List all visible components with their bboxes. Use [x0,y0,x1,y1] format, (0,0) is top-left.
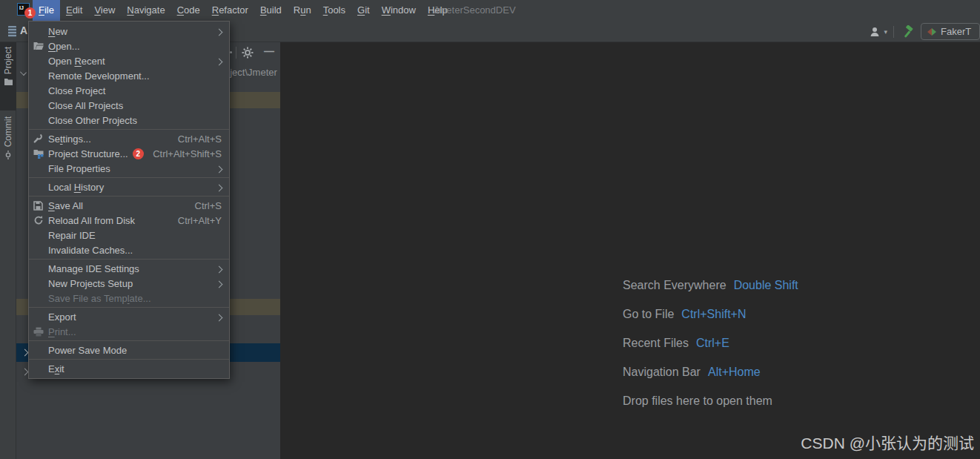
editor-area: Search Everywhere Double Shift Go to Fil… [280,42,980,459]
menu-item-manage-ide-settings[interactable]: Manage IDE Settings [29,261,229,276]
menu-item-save-all[interactable]: Save All Ctrl+S [29,198,229,213]
menu-item-local-history[interactable]: Local History [29,179,229,194]
csdn-watermark: CSDN @小张认为的测试 [801,431,974,453]
user-profile-icon[interactable] [869,26,882,38]
menu-git[interactable]: Git [351,0,376,21]
chevron-down-icon[interactable]: ▾ [884,28,887,36]
menu-item-label: New Projects Setup [48,278,133,289]
shortcut-hints: Search Everywhere Double Shift Go to Fil… [623,271,798,415]
run-config-label: FakerT [941,26,971,37]
tool-window-stripe-icon[interactable] [8,26,16,37]
menu-navigate[interactable]: Navigate [121,0,170,21]
menu-code[interactable]: Code [171,0,206,21]
hint-label: Go to File [623,308,674,321]
file-menu-dropdown: New Open... Open Recent Remote Developme… [28,21,230,379]
menu-item-close-project[interactable]: Close Project [29,83,229,98]
menu-item-open-recent[interactable]: Open Recent [29,53,229,68]
menu-item-print[interactable]: Print... [29,324,229,339]
menu-separator [29,259,229,260]
menu-build[interactable]: Build [254,0,288,21]
menu-refactor[interactable]: Refactor [206,0,254,21]
project-root-path: oject\Jmeter [225,67,277,78]
menu-item-new[interactable]: New [29,24,229,39]
menu-view[interactable]: View [88,0,121,21]
menu-separator [29,340,229,341]
menu-item-label: Print... [48,326,76,337]
run-configuration-widget[interactable]: FakerT [921,23,980,40]
wrench-icon [33,133,48,144]
menu-item-close-other-projects[interactable]: Close Other Projects [29,113,229,128]
menu-item-exit[interactable]: Exit [29,361,229,376]
hint-recent-files: Recent Files Ctrl+E [623,328,798,357]
reload-icon [33,215,48,225]
menu-item-label: Exit [48,363,64,374]
menu-run[interactable]: Run [288,0,317,21]
menu-item-settings[interactable]: Settings... Ctrl+Alt+S [29,131,229,146]
hint-keys: Alt+Home [708,366,761,379]
menu-tools[interactable]: Tools [317,0,351,21]
menu-item-label: Settings... [48,133,91,145]
menu-item-project-structure[interactable]: Project Structure... 2 Ctrl+Alt+Shift+S [29,146,229,161]
menu-item-close-all-projects[interactable]: Close All Projects [29,98,229,113]
menu-file[interactable]: File [33,0,60,21]
chevron-right-icon [216,278,222,289]
menu-item-new-projects-setup[interactable]: New Projects Setup [29,276,229,291]
menu-separator [29,129,229,130]
menu-item-remote-development[interactable]: Remote Development... [29,68,229,83]
hide-panel-icon[interactable]: — [264,45,274,57]
menu-window[interactable]: Window [376,0,422,21]
tree-collapse-icon[interactable] [21,349,29,357]
build-hammer-icon[interactable] [900,25,913,39]
tree-collapse-icon[interactable] [21,369,29,376]
menu-item-label: Export [48,311,76,323]
menu-separator [29,307,229,308]
menu-item-file-properties[interactable]: File Properties [29,161,229,176]
menu-item-label: Manage IDE Settings [48,263,139,274]
menu-item-label: Close Project [48,85,105,96]
menu-separator [29,177,229,178]
menu-item-label: Project Structure... [48,148,128,159]
gear-icon[interactable] [242,47,254,59]
tree-expand-icon[interactable] [20,69,27,76]
menu-item-invalidate-caches[interactable]: Invalidate Caches... [29,242,229,257]
menu-item-label: Remote Development... [48,70,150,82]
icon-slot [33,70,48,81]
icon-slot [33,263,48,274]
icon-slot [33,345,48,355]
menu-item-reload-all[interactable]: Reload All from Disk Ctrl+Alt+Y [29,213,229,228]
commit-icon [4,151,13,159]
menu-item-open[interactable]: Open... [29,39,229,53]
save-icon [33,200,48,211]
icon-slot [33,56,48,66]
run-config-icon [927,28,936,36]
menu-item-shortcut: Ctrl+S [195,200,222,211]
menu-item-power-save-mode[interactable]: Power Save Mode [29,343,229,357]
sidebar-tab-commit[interactable]: Commit [0,112,16,164]
project-widget-letter[interactable]: A [20,24,27,36]
menu-item-label: Close Other Projects [48,115,137,126]
locate-icon[interactable] [230,51,232,53]
icon-slot [33,311,48,322]
menu-item-label: New [48,26,67,37]
menu-edit[interactable]: Edit [60,0,88,21]
menu-item-label: Power Save Mode [48,345,127,356]
icon-slot [33,163,48,174]
menu-item-label: Invalidate Caches... [48,245,133,256]
hint-keys: Ctrl+E [696,337,729,350]
icon-slot [33,245,48,255]
toolbar-divider [893,26,894,38]
title-bar: IJ 1 File Edit View Navigate Code Refact… [0,0,980,21]
menu-item-export[interactable]: Export [29,309,229,324]
hint-search-everywhere: Search Everywhere Double Shift [623,271,798,300]
hint-keys: Ctrl+Shift+N [681,308,746,321]
folder-open-icon [33,41,48,51]
icon-slot [33,115,48,125]
icon-slot [33,26,48,36]
sidebar-tab-project[interactable]: Project [0,42,16,110]
menu-item-save-file-as-template[interactable]: Save File as Template... [29,291,229,306]
chevron-right-icon [216,163,222,174]
menu-item-label: Open... [48,41,80,52]
menu-item-shortcut: Ctrl+Alt+S [178,133,222,145]
project-tab-label: Project [3,47,13,74]
menu-item-repair-ide[interactable]: Repair IDE [29,228,229,242]
